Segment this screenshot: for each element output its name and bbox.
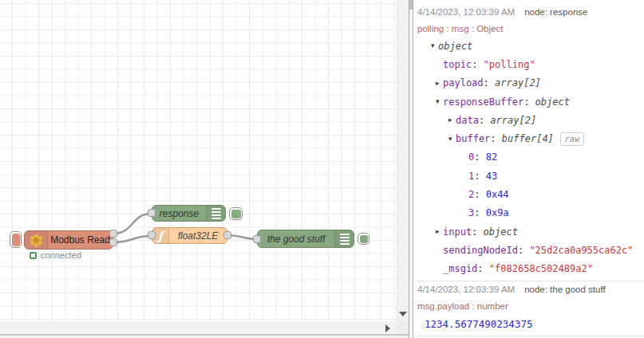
debug-message-meta: polling : msg : Object [417,20,644,37]
expand-arrow-right-icon[interactable]: ▸ [448,116,456,124]
expand-arrow-right-icon[interactable]: ▸ [436,80,443,87]
scroll-down-arrow-icon[interactable] [399,312,407,316]
tree-colon: : [490,133,501,144]
good-input-port[interactable] [253,235,261,243]
func-output-port[interactable] [223,231,231,239]
node-float32le[interactable]: ƒ float32LE [152,227,227,244]
tree-colon: : [474,151,485,163]
tree-row[interactable]: topic: "polling" [417,55,644,73]
tree-key: input [443,226,472,238]
wire-layer [0,0,397,321]
canvas-horizontal-scrollbar[interactable] [0,321,397,335]
node-red-window: Modbus Read connected response ƒ float32… [0,0,644,338]
tree-colon: : [477,263,488,274]
tree-colon: : [474,207,485,218]
expand-arrow-down-icon[interactable]: ▾ [436,98,443,105]
tree-colon: : [472,226,483,238]
tree-root-type: object [438,41,472,52]
node-label: Modbus Read [48,231,113,249]
wire-modbus-response[interactable] [113,214,152,234]
tree-value: buffer[4] [502,133,554,144]
tree-key: 1 [468,171,474,182]
expand-arrow-down-icon[interactable]: ▾ [431,42,438,49]
debug-source-node: node: the good stuff [524,285,605,294]
modbus-status: connected [30,250,81,260]
tree-row[interactable]: 1: 43 [417,167,644,185]
tree-value: 0x44 [486,189,509,200]
modbus-node-button-fill [12,234,20,246]
tree-row[interactable]: 0: 82 [417,148,644,167]
tree-row[interactable]: _msgid: "f082658c502489a2" [417,260,644,278]
node-the-good-stuff[interactable]: the good stuff [257,230,354,248]
debug-list-icon [334,230,354,247]
flow-canvas[interactable]: Modbus Read connected response ƒ float32… [0,0,397,321]
debug-timestamp: 4/14/2023, 12:03:39 AM [417,7,515,17]
tree-row[interactable]: 3: 0x9a [417,204,644,222]
raw-toggle-button[interactable]: raw [560,132,584,146]
good-toggle-button[interactable] [358,233,369,245]
tree-key: buffer [456,133,490,144]
tree-key: sendingNodeId [443,245,518,256]
tree-row[interactable]: ▸data: array[2] [417,111,644,129]
debug-message: 4/14/2023, 12:03:39 AMnode: responsepoll… [417,3,644,281]
tree-value: "polling" [484,59,535,70]
tree-value: array[2] [495,77,541,88]
func-input-port[interactable] [148,231,156,239]
tree-value: array[2] [490,115,536,126]
debug-list-icon [206,206,225,221]
debug-message-header: 4/14/2023, 12:03:39 AMnode: response [417,3,644,20]
wire-modbus-func[interactable] [113,236,152,242]
debug-payload-value: 1234.5677490234375 [417,315,644,333]
good-toggle-fill [360,235,368,243]
tree-row[interactable]: ▸input: object [417,222,644,241]
expand-arrow-right-icon[interactable]: ▸ [436,228,443,235]
tree-colon: : [472,59,483,70]
modbus-node-button[interactable] [10,231,22,248]
sidebar-scrollbar-thumb[interactable] [409,0,413,10]
tree-value: 0x9a [486,207,509,218]
tree-key: topic [443,59,472,70]
modbus-output-port-1[interactable] [109,230,117,238]
tree-key: payload [443,77,484,88]
response-toggle-fill [231,210,241,218]
debug-panel[interactable]: 4/14/2023, 12:03:39 AMnode: responsepoll… [413,0,644,338]
canvas-vertical-scrollbar[interactable] [397,0,409,321]
tree-row[interactable]: ▸payload: array[2] [417,74,644,92]
debug-message-header: 4/14/2023, 12:03:39 AMnode: the good stu… [417,281,644,298]
tree-row[interactable]: ▾responseBuffer: object [417,92,644,111]
debug-object-tree: ▾objecttopic: "polling"▸payload: array[2… [417,37,644,278]
modbus-output-port-2[interactable] [109,238,117,246]
expand-arrow-down-icon[interactable]: ▾ [448,136,456,143]
tree-value: 82 [486,151,497,163]
tree-row[interactable]: 2: 0x44 [417,185,644,203]
tree-colon: : [523,96,535,108]
response-toggle-button[interactable] [229,207,243,220]
tree-key: 3 [468,207,474,218]
tree-key: data [456,115,479,126]
status-text: connected [41,250,81,260]
node-label: the good stuff [258,230,334,247]
tree-value: object [535,96,570,108]
node-response[interactable]: response [152,205,226,222]
tree-key: 0 [468,151,474,163]
scroll-right-arrow-icon[interactable] [385,324,390,332]
response-input-port[interactable] [148,209,156,217]
tree-value: "25d2ca0a955ca62c" [529,245,633,256]
tree-value: 43 [486,171,497,182]
tree-key: 2 [468,189,474,200]
tree-colon: : [474,189,485,200]
modbus-flower-icon [25,231,48,249]
tree-value: object [484,226,518,238]
tree-row[interactable]: ▾buffer: buffer[4]raw [417,129,644,147]
tree-colon: : [479,115,490,126]
status-connected-icon [30,252,37,259]
tree-key: _msgid [443,263,477,274]
tree-colon: : [484,77,495,88]
debug-message: 4/14/2023, 12:03:39 AMnode: the good stu… [417,281,644,336]
tree-row[interactable]: ▾object [417,37,644,55]
tree-value: "f082658c502489a2" [489,263,593,274]
tree-colon: : [474,171,485,182]
node-modbus-read[interactable]: Modbus Read [24,230,113,250]
tree-row[interactable]: sendingNodeId: "25d2ca0a955ca62c" [417,241,644,259]
tree-key: responseBuffer [443,96,523,108]
